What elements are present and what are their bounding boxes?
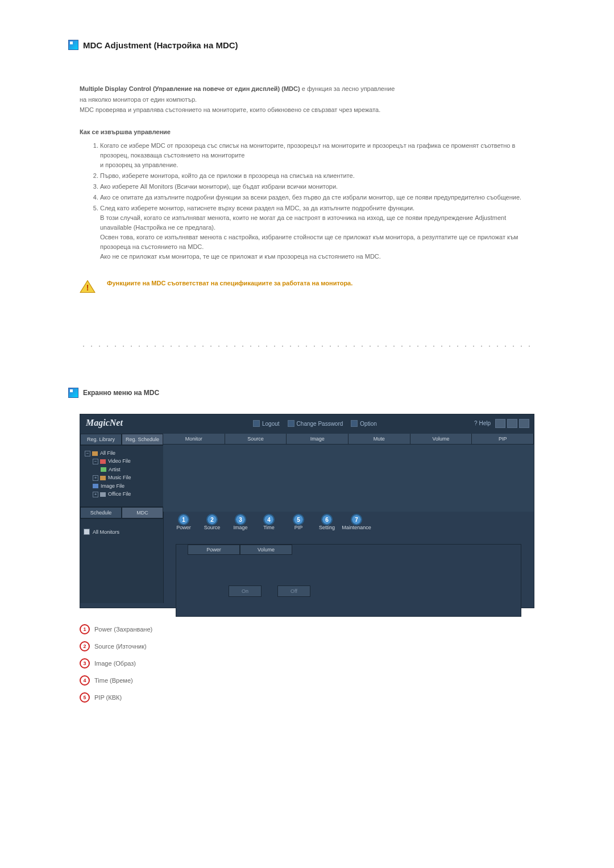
file-tree: −All File −Video File Artist +Music File… [80,446,163,501]
function-button-row: 1Power 2Source 3Image 4Time 5PIP 6Settin… [163,515,534,529]
image-button[interactable]: 3Image [226,515,255,530]
tree-item[interactable]: +Music File [85,474,159,481]
step-item: Първо, изберете монитора, който да се пр… [100,171,534,181]
legend-item: 4Time (Време) [80,675,534,686]
col-monitor: Monitor [163,434,225,444]
svg-text:!: ! [86,283,89,292]
warning-row: ! Функциите на MDC съответстват на специ… [80,279,534,293]
app-brand: MagicNet [86,418,123,428]
monitor-grid-body [163,445,534,512]
legend-item: 2Source (Източник) [80,641,534,651]
help-button[interactable]: ? Help [474,420,491,426]
intro-after: е функция за лесно управление [300,85,395,92]
intro-bold: Multiple Display Control (Управление на … [80,85,300,92]
legend-item: 3Image (Образ) [80,658,534,668]
subheading-title: Екранно меню на MDC [83,389,159,397]
monitor-icon [68,388,78,398]
window-max-button[interactable] [507,419,517,428]
howto-heading: Как се извършва управление [80,128,534,135]
intro-line2: на няколко монитора от един компютър. [80,95,534,105]
tab-reg-schedule[interactable]: Reg. Schedule [122,434,163,445]
control-panel: Power Volume On Off [176,544,521,617]
step-item: След като изберете монитор, натиснете въ… [100,203,534,261]
warning-icon: ! [80,280,96,293]
col-source: Source [225,434,287,444]
logout-button[interactable]: Logout [253,420,280,427]
off-button[interactable]: Off [277,585,310,597]
tree-root[interactable]: −All File [85,449,159,457]
col-pip: PIP [472,434,534,444]
pip-button[interactable]: 5PIP [284,515,313,530]
power-button[interactable]: 1Power [169,515,198,530]
warning-text: Функциите на MDC съответстват на специфи… [107,279,352,288]
col-mute: Mute [349,434,410,444]
heading-title: MDC Adjustment (Настройка на MDC) [83,40,238,50]
intro-paragraph: Multiple Display Control (Управление на … [80,84,534,115]
tree-item[interactable]: +Office File [85,490,159,498]
tab-schedule[interactable]: Schedule [80,507,122,518]
option-button[interactable]: Option [351,420,376,427]
cp-volume-head: Volume [240,545,292,555]
divider-dotted [80,344,534,348]
section-heading: MDC Adjustment (Настройка на MDC) [68,40,546,50]
step-item: Когато се избере MDC от прозореца със сп… [100,141,534,170]
setting-button[interactable]: 6Setting [312,515,342,530]
legend-item: 5PIP (КВК) [80,692,534,703]
window-close-button[interactable] [519,419,529,428]
window-min-button[interactable] [495,419,505,428]
app-screenshot: MagicNet Logout Change Password Option ?… [80,414,534,608]
tab-mdc[interactable]: MDC [122,507,163,518]
on-button[interactable]: On [229,585,262,597]
tree-item[interactable]: −Video File [85,457,159,465]
step-item: Ако се опитате да изпълните подробни фун… [100,193,534,202]
legend-list: 1Power (Захранване) 2Source (Източник) 3… [80,624,534,703]
legend-item: 1Power (Захранване) [80,624,534,634]
step-item: Ако изберете All Monitors (Всички монито… [100,182,534,192]
change-password-button[interactable]: Change Password [288,420,343,427]
col-volume: Volume [410,434,472,444]
monitor-icon [68,40,78,50]
all-monitors-checkbox[interactable]: All Monitors [84,529,119,535]
tree-item[interactable]: Artist [85,466,159,474]
cp-power-head: Power [188,545,240,555]
monitor-grid-header: Monitor Source Image Mute Volume PIP [163,434,534,445]
tree-item[interactable]: Image File [85,482,159,490]
tab-reg-library[interactable]: Reg. Library [80,434,122,445]
maintenance-button[interactable]: 7Maintenance [342,515,371,530]
subsection-heading: Екранно меню на MDC [68,388,546,398]
steps-list: Когато се избере MDC от прозореца със сп… [89,141,534,262]
source-button[interactable]: 2Source [197,515,227,530]
col-image: Image [287,434,349,444]
time-button[interactable]: 4Time [254,515,284,530]
intro-line3: MDC проверява и управлява състоянието на… [80,105,534,115]
